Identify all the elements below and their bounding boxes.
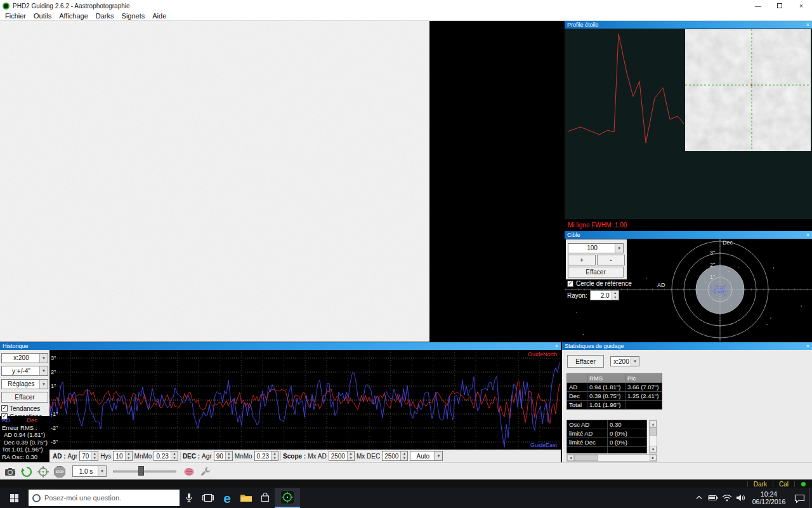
scroll-right-icon[interactable]: ► xyxy=(650,455,657,461)
target-clear-button[interactable]: Effacer xyxy=(568,267,624,277)
stats-clear-button[interactable]: Effacer xyxy=(567,355,604,368)
volume-tray-button[interactable] xyxy=(734,488,748,508)
ra-minmove-spinner[interactable]: 0.23▲▼ xyxy=(154,451,178,461)
stats-title: Statistiques de guidage xyxy=(565,343,624,349)
task-view-icon xyxy=(202,493,214,502)
exposure-select[interactable]: 1.0 s ▼ xyxy=(72,465,107,477)
ad-axis-label: AD xyxy=(657,282,665,288)
menu-darks[interactable]: Darks xyxy=(92,12,118,20)
ring-label-1: 1" xyxy=(710,274,715,280)
edge-browser-button[interactable]: e xyxy=(218,488,237,508)
scroll-left-icon[interactable]: ◄ xyxy=(567,455,574,461)
zoom-out-button[interactable]: - xyxy=(597,255,625,265)
stats-vertical-scrollbar[interactable]: ▲ ▼ xyxy=(649,420,657,453)
star-profile-caption[interactable]: Profile étoile × xyxy=(565,21,812,29)
history-caption[interactable]: Historique × xyxy=(0,342,561,350)
microphone-button[interactable] xyxy=(180,488,199,508)
minimize-button[interactable]: — xyxy=(747,0,769,11)
guide-north-label: GuideNorth xyxy=(528,351,557,358)
menu-fichier[interactable]: Fichier xyxy=(1,12,30,20)
store-button[interactable] xyxy=(256,488,275,508)
close-panel-icon[interactable]: × xyxy=(806,232,809,238)
camera-view[interactable] xyxy=(0,21,564,342)
spinner-arrows-icon[interactable]: ▲▼ xyxy=(612,291,619,300)
ref-circle-checkbox[interactable]: ✓ xyxy=(567,281,573,287)
show-desktop-button[interactable] xyxy=(809,488,812,508)
edge-icon: e xyxy=(223,491,231,505)
close-panel-icon[interactable]: × xyxy=(806,22,809,28)
guide-button[interactable] xyxy=(36,464,50,479)
menu-affichage[interactable]: Affichage xyxy=(55,12,92,20)
star-profile-title: Profile étoile xyxy=(567,22,599,28)
search-box[interactable]: Posez-moi une question. xyxy=(29,490,180,506)
scroll-up-icon[interactable]: ▲ xyxy=(650,420,657,427)
ra-aggression-spinner[interactable]: 70▲▼ xyxy=(79,451,98,461)
dec-mode-select[interactable]: Auto ▼ xyxy=(410,451,443,461)
close-button[interactable]: × xyxy=(790,0,812,11)
spinner-arrows-icon[interactable]: ▲▼ xyxy=(225,451,232,460)
stop-button[interactable]: STOP xyxy=(52,464,67,479)
slider-thumb[interactable] xyxy=(138,466,144,476)
hysteresis-spinner[interactable]: 10▲▼ xyxy=(113,451,132,461)
spinner-arrows-icon[interactable]: ▲▼ xyxy=(171,451,178,460)
menu-bar: Fichier Outils Affichage Darks Signets A… xyxy=(0,11,812,21)
trend-checkbox[interactable]: ✓ xyxy=(1,405,8,411)
zoom-in-button[interactable]: + xyxy=(568,255,596,265)
max-ra-duration-spinner[interactable]: 2500▲▼ xyxy=(329,451,355,461)
spinner-arrows-icon[interactable]: ▲▼ xyxy=(400,451,407,460)
window-titlebar[interactable]: PHD2 Guiding 2.6.2 - Aastrophotographie … xyxy=(0,0,812,11)
dec-minmove-spinner[interactable]: 0.23▲▼ xyxy=(254,451,278,461)
gamma-slider[interactable] xyxy=(113,466,176,476)
tray-expand-button[interactable] xyxy=(692,488,706,508)
phd2-taskbar-button[interactable] xyxy=(275,488,300,508)
camera-settings-button[interactable] xyxy=(198,464,213,479)
scroll-down-icon[interactable]: ▼ xyxy=(650,446,657,453)
dec-aggression-spinner[interactable]: 90▲▼ xyxy=(214,451,233,461)
camera-image[interactable] xyxy=(0,21,429,342)
taskbar: Posez-moi une question. e xyxy=(0,488,812,508)
history-xscale-select[interactable]: x:200 ▼ xyxy=(1,353,48,363)
max-dec-duration-spinner[interactable]: 2500▲▼ xyxy=(382,451,408,461)
stats-horizontal-scrollbar[interactable]: ◄ ► xyxy=(566,454,657,462)
scrollbar-thumb[interactable] xyxy=(574,455,598,461)
taskbar-clock[interactable]: 10:24 06/12/2016 xyxy=(748,490,790,505)
target-caption[interactable]: Cible × xyxy=(565,231,812,239)
history-graph-plot xyxy=(49,350,561,450)
advanced-settings-button[interactable] xyxy=(181,464,196,479)
maximize-button[interactable] xyxy=(769,0,790,11)
svg-text:STOP: STOP xyxy=(55,471,63,474)
stats-caption[interactable]: Statistiques de guidage × xyxy=(562,342,812,350)
file-explorer-button[interactable] xyxy=(237,488,256,508)
history-settings-select[interactable]: Réglages ▼ xyxy=(1,379,48,389)
menu-signets[interactable]: Signets xyxy=(118,12,149,20)
close-panel-icon[interactable]: × xyxy=(806,344,809,349)
guide-status-dot xyxy=(801,482,806,486)
radius-label: Rayon: xyxy=(567,292,587,299)
spinner-arrows-icon[interactable]: ▲▼ xyxy=(347,451,354,460)
spinner-arrows-icon[interactable]: ▲▼ xyxy=(125,451,132,460)
network-tray-button[interactable] xyxy=(720,488,734,508)
connect-equipment-button[interactable] xyxy=(3,464,17,479)
rms-heading: Erreur RMS : xyxy=(0,424,49,432)
star-profile-content: Mi ligne FWHM: 1.00 xyxy=(565,29,812,231)
scrollbar-thumb[interactable] xyxy=(650,427,657,436)
spinner-arrows-icon[interactable]: ▲▼ xyxy=(271,451,278,460)
menu-aide[interactable]: Aide xyxy=(148,12,170,20)
battery-tray-button[interactable] xyxy=(706,488,720,508)
target-zoom-select[interactable]: 100 ▼ xyxy=(568,243,624,253)
action-center-button[interactable] xyxy=(790,488,809,508)
start-button[interactable] xyxy=(0,488,29,508)
stats-scale-select[interactable]: x:200 ▼ xyxy=(610,356,639,366)
history-clear-button[interactable]: Effacer xyxy=(1,392,48,403)
ra-agr-label: Agr xyxy=(68,453,78,460)
close-panel-icon[interactable]: × xyxy=(555,344,558,349)
task-view-button[interactable] xyxy=(199,488,218,508)
ytick-2: 2" xyxy=(51,369,56,375)
loop-exposures-button[interactable] xyxy=(19,464,34,479)
rms-ra-value: AD 0.94 (1.81") xyxy=(0,431,49,439)
menu-outils[interactable]: Outils xyxy=(30,12,55,20)
check-icon: ✓ xyxy=(568,281,573,286)
history-yscale-select[interactable]: y:+/-4" ▼ xyxy=(1,366,48,376)
radius-spinner[interactable]: 2.0 ▲▼ xyxy=(590,290,619,300)
spinner-arrows-icon[interactable]: ▲▼ xyxy=(91,451,98,460)
